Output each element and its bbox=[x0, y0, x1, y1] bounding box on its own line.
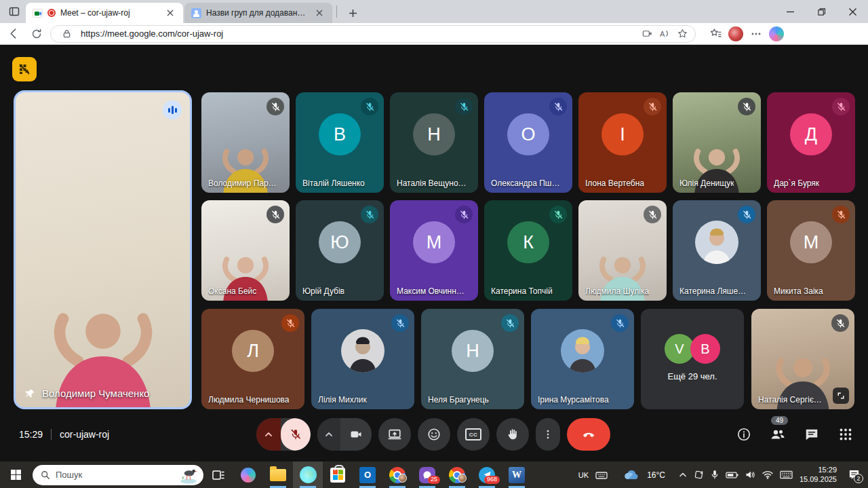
participant-tile[interactable]: Ірина Мурсамітова bbox=[531, 309, 634, 409]
expand-tile-icon[interactable] bbox=[833, 388, 849, 404]
chat-button[interactable] bbox=[803, 426, 821, 443]
mic-options-chevron-icon[interactable] bbox=[256, 418, 281, 451]
participant-tile[interactable]: ДДар`я Буряк bbox=[767, 92, 855, 193]
activities-button[interactable] bbox=[837, 426, 854, 443]
grid-off-indicator-icon[interactable] bbox=[12, 57, 37, 81]
lock-icon[interactable] bbox=[58, 26, 75, 42]
tray-mic-icon[interactable] bbox=[711, 470, 719, 480]
read-aloud-icon[interactable]: A bbox=[656, 26, 673, 42]
participant-name: Ілона Вертебна bbox=[585, 179, 644, 188]
participant-tile[interactable]: Катерина Ляше… bbox=[673, 200, 761, 301]
overflow-participants-tile[interactable]: VBЕщё 29 чел. bbox=[641, 309, 744, 409]
volume-icon[interactable] bbox=[745, 470, 755, 479]
refresh-icon[interactable] bbox=[27, 24, 46, 43]
camera-icon[interactable] bbox=[340, 418, 372, 451]
end-call-button[interactable] bbox=[567, 418, 610, 451]
camera-button[interactable] bbox=[317, 418, 372, 451]
address-bar[interactable]: https://meet.google.com/cor-ujaw-roj A bbox=[50, 25, 696, 43]
new-tab-button[interactable] bbox=[347, 7, 359, 19]
touch-keyboard-icon[interactable] bbox=[780, 470, 793, 479]
settings-menu-icon[interactable] bbox=[746, 24, 766, 43]
overflow-avatar: B bbox=[690, 334, 720, 364]
battery-icon[interactable] bbox=[726, 471, 738, 479]
weather-cloud-icon[interactable] bbox=[624, 470, 640, 481]
rotation-lock-icon[interactable] bbox=[694, 470, 704, 480]
recording-indicator-icon bbox=[47, 9, 56, 17]
participant-tile[interactable]: ММикита Заіка bbox=[767, 200, 855, 301]
participant-tile[interactable]: ММаксим Овчинн… bbox=[390, 200, 478, 301]
restore-button[interactable] bbox=[806, 0, 837, 23]
profile-avatar[interactable] bbox=[726, 24, 746, 43]
close-window-button[interactable] bbox=[837, 0, 868, 23]
notification-center-button[interactable]: 2 bbox=[844, 462, 864, 488]
participant-avatar: Д bbox=[790, 113, 832, 155]
tab-close-icon[interactable] bbox=[313, 7, 326, 19]
wifi-icon[interactable] bbox=[762, 470, 773, 479]
tab-meet[interactable]: Meet – cor-ujaw-roj bbox=[26, 3, 183, 23]
raise-hand-button[interactable] bbox=[496, 418, 529, 451]
mic-button-muted[interactable] bbox=[256, 418, 311, 451]
back-icon[interactable] bbox=[4, 24, 23, 43]
participant-tile[interactable]: Наталія Сергіє… bbox=[751, 309, 854, 409]
taskbar-chrome-1[interactable] bbox=[382, 462, 412, 488]
participant-tile[interactable]: ВВіталій Ляшенко bbox=[296, 92, 384, 193]
meeting-time: 15:29 bbox=[19, 429, 43, 440]
more-options-button[interactable] bbox=[536, 418, 560, 451]
language-indicator[interactable]: UK bbox=[578, 471, 589, 479]
taskbar-word[interactable]: W bbox=[502, 462, 532, 488]
reactions-button[interactable] bbox=[418, 418, 450, 451]
taskbar-viber[interactable]: 25 bbox=[412, 462, 442, 488]
people-button[interactable]: 49 bbox=[769, 426, 787, 443]
taskbar-telegram[interactable]: 968 bbox=[472, 462, 502, 488]
participant-tile[interactable]: ЛЛюдмила Чернишова bbox=[201, 309, 304, 409]
taskbar-outlook[interactable]: O bbox=[353, 462, 382, 488]
participant-tile[interactable]: ЮЮрій Дубів bbox=[296, 200, 384, 301]
participant-avatar: В bbox=[319, 113, 361, 155]
start-button[interactable] bbox=[0, 462, 31, 488]
tab-capture-icon[interactable] bbox=[638, 26, 656, 42]
minimize-button[interactable] bbox=[774, 0, 806, 23]
mic-off-icon bbox=[832, 206, 850, 223]
collections-icon[interactable] bbox=[705, 24, 726, 43]
taskbar-file-explorer[interactable] bbox=[263, 462, 293, 488]
captions-button[interactable]: CC bbox=[457, 418, 490, 451]
participant-tile[interactable]: Людмила Шуліка bbox=[578, 200, 667, 301]
mic-off-icon[interactable] bbox=[281, 418, 311, 451]
participant-tile[interactable]: Оксана Бейс bbox=[201, 200, 290, 301]
participant-tile[interactable]: Юлія Денищук bbox=[673, 92, 761, 193]
present-screen-button[interactable] bbox=[378, 418, 411, 451]
participant-tile[interactable]: Володимир Пар… bbox=[201, 92, 290, 193]
keyboard-layout-icon[interactable] bbox=[595, 470, 608, 480]
participant-tile[interactable]: ККатерина Топчій bbox=[484, 200, 572, 301]
tray-expand-chevron-icon[interactable] bbox=[679, 472, 687, 478]
tray-clock[interactable]: 15:29 15.09.2025 bbox=[800, 466, 837, 485]
participant-tile[interactable]: ННеля Брагунець bbox=[421, 309, 524, 409]
browser-tab-bar: Meet – cor-ujaw-roj Назви груп для додав… bbox=[0, 0, 868, 23]
participant-photo-avatar bbox=[561, 329, 604, 373]
window-controls bbox=[774, 0, 868, 23]
participant-tile[interactable]: ННаталія Вещуно… bbox=[390, 92, 478, 193]
tab-close-icon[interactable] bbox=[164, 7, 176, 19]
meeting-details-button[interactable] bbox=[735, 426, 753, 443]
search-highlight-bird-image[interactable] bbox=[176, 466, 201, 485]
taskbar-edge[interactable] bbox=[293, 462, 323, 488]
taskbar-chrome-2[interactable] bbox=[442, 462, 472, 488]
taskbar-search[interactable]: Пошук bbox=[33, 465, 203, 485]
participant-avatar: М bbox=[790, 221, 832, 263]
copilot-icon[interactable] bbox=[766, 24, 787, 43]
participant-tile[interactable]: ІІлона Вертебна bbox=[578, 92, 667, 193]
camera-options-chevron-icon[interactable] bbox=[317, 418, 340, 451]
temperature-text[interactable]: 16°C bbox=[647, 470, 665, 480]
task-view-button[interactable] bbox=[203, 462, 233, 488]
tab-groups-doc[interactable]: Назви груп для додавання до ку bbox=[184, 3, 332, 23]
tray-time: 15:29 bbox=[800, 466, 837, 475]
taskbar-copilot[interactable] bbox=[233, 462, 263, 488]
taskbar-store[interactable] bbox=[323, 462, 353, 488]
vertical-tabs-icon[interactable] bbox=[5, 3, 23, 20]
participant-tile[interactable]: ООлександра Пш… bbox=[484, 92, 572, 193]
main-participant-tile[interactable]: Володимир Чумаченко bbox=[14, 90, 192, 409]
participant-tile[interactable]: Лілія Михлик bbox=[311, 309, 414, 409]
favorite-star-icon[interactable] bbox=[673, 26, 691, 42]
url-text[interactable]: https://meet.google.com/cor-ujaw-roj bbox=[81, 29, 638, 39]
search-icon bbox=[41, 470, 50, 480]
